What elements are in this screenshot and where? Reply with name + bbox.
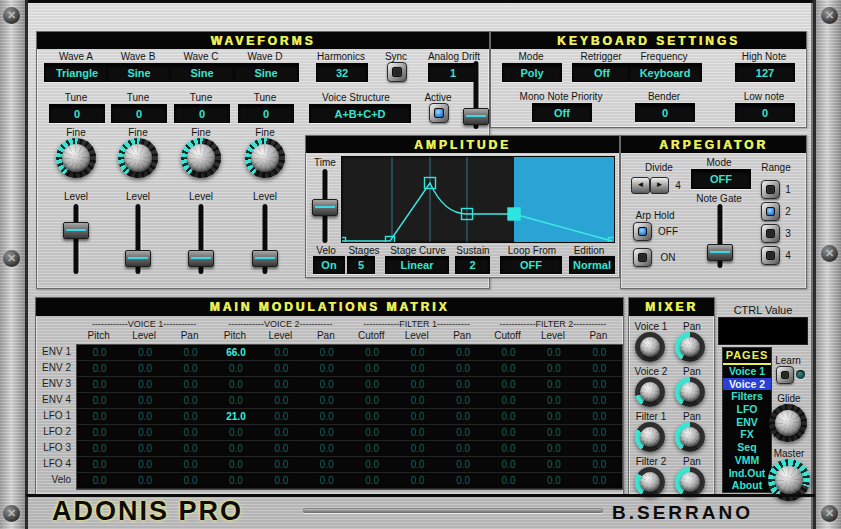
matrix-cell[interactable]: 0.0	[213, 457, 258, 472]
matrix-cell[interactable]: 0.0	[531, 425, 576, 440]
envelope-display[interactable]	[341, 156, 615, 243]
page-item-seq[interactable]: Seq	[723, 441, 771, 454]
matrix-cell[interactable]: 0.0	[440, 393, 485, 408]
matrix-cell[interactable]: 0.0	[440, 441, 485, 456]
fine-b-knob[interactable]	[118, 138, 158, 178]
fine-a-knob[interactable]	[56, 138, 96, 178]
divide-increment-button[interactable]: ►	[650, 177, 669, 194]
page-item-about[interactable]: About	[723, 479, 771, 492]
page-item-ind-out[interactable]: Ind.Out	[723, 467, 771, 480]
mixer-filter1-pan-knob[interactable]	[675, 422, 705, 452]
arp-hold-on-button[interactable]	[633, 248, 652, 267]
matrix-cell[interactable]: 0.0	[77, 457, 122, 472]
page-item-lfo[interactable]: LFO	[723, 403, 771, 416]
sync-button[interactable]	[387, 62, 407, 82]
matrix-cell[interactable]: 0.0	[77, 361, 122, 376]
edition-select[interactable]: Normal	[569, 256, 615, 274]
mixer-filter2-knob[interactable]	[635, 467, 665, 497]
glide-knob[interactable]	[769, 404, 807, 442]
mixer-filter1-knob[interactable]	[635, 422, 665, 452]
range-3-button[interactable]	[761, 224, 780, 243]
matrix-cell[interactable]: 0.0	[395, 393, 440, 408]
matrix-cell[interactable]: 0.0	[122, 457, 167, 472]
note-gate-slider[interactable]	[708, 204, 732, 268]
matrix-cell[interactable]: 0.0	[304, 441, 349, 456]
matrix-cell[interactable]: 0.0	[486, 393, 531, 408]
matrix-cell[interactable]: 0.0	[304, 425, 349, 440]
matrix-cell[interactable]: 0.0	[77, 377, 122, 392]
matrix-cell[interactable]: 0.0	[122, 473, 167, 488]
matrix-cell[interactable]: 0.0	[259, 457, 304, 472]
retrigger-select[interactable]: Off	[572, 63, 632, 82]
stage-curve-select[interactable]: Linear	[385, 256, 449, 274]
mono-note-priority-select[interactable]: Off	[532, 103, 592, 122]
matrix-cell[interactable]: 0.0	[577, 409, 622, 424]
matrix-cell[interactable]: 0.0	[440, 457, 485, 472]
tune-d-value[interactable]: 0	[238, 104, 294, 123]
matrix-cell[interactable]: 0.0	[168, 409, 213, 424]
matrix-cell[interactable]: 0.0	[122, 345, 167, 360]
matrix-cell[interactable]: 0.0	[486, 361, 531, 376]
mixer-voice2-pan-knob[interactable]	[675, 377, 705, 407]
matrix-cell[interactable]: 0.0	[531, 457, 576, 472]
matrix-cell[interactable]: 0.0	[213, 393, 258, 408]
frequency-select[interactable]: Keyboard	[628, 63, 702, 82]
matrix-cell[interactable]: 0.0	[486, 409, 531, 424]
matrix-cell[interactable]: 0.0	[577, 361, 622, 376]
matrix-cell[interactable]: 0.0	[350, 361, 395, 376]
matrix-cell[interactable]: 0.0	[350, 393, 395, 408]
matrix-cell[interactable]: 0.0	[486, 425, 531, 440]
page-item-filters[interactable]: Filters	[723, 390, 771, 403]
matrix-cell[interactable]: 0.0	[168, 457, 213, 472]
matrix-cell[interactable]: 0.0	[440, 361, 485, 376]
matrix-cell[interactable]: 0.0	[440, 473, 485, 488]
wave-a-select[interactable]: Triangle	[44, 63, 110, 82]
matrix-cell[interactable]: 0.0	[77, 345, 122, 360]
matrix-cell[interactable]: 0.0	[395, 377, 440, 392]
matrix-cell[interactable]: 0.0	[577, 425, 622, 440]
matrix-cell[interactable]: 0.0	[531, 345, 576, 360]
matrix-cell[interactable]: 0.0	[122, 409, 167, 424]
level-a-slider[interactable]	[64, 204, 88, 274]
fine-c-knob[interactable]	[181, 138, 221, 178]
matrix-cell[interactable]: 21.0	[213, 409, 258, 424]
matrix-cell[interactable]: 0.0	[77, 425, 122, 440]
matrix-cell[interactable]: 0.0	[77, 441, 122, 456]
matrix-cell[interactable]: 0.0	[168, 473, 213, 488]
matrix-cell[interactable]: 0.0	[395, 473, 440, 488]
matrix-cell[interactable]: 0.0	[395, 441, 440, 456]
matrix-cell[interactable]: 0.0	[395, 345, 440, 360]
matrix-cell[interactable]: 0.0	[304, 473, 349, 488]
matrix-cell[interactable]: 0.0	[304, 409, 349, 424]
matrix-cell[interactable]: 0.0	[122, 377, 167, 392]
range-2-button[interactable]	[761, 202, 780, 221]
tune-a-value[interactable]: 0	[49, 104, 105, 123]
matrix-cell[interactable]: 0.0	[531, 473, 576, 488]
mode-select[interactable]: Poly	[502, 63, 562, 82]
matrix-cell[interactable]: 0.0	[486, 441, 531, 456]
matrix-cell[interactable]: 0.0	[304, 457, 349, 472]
matrix-cell[interactable]: 0.0	[395, 425, 440, 440]
matrix-cell[interactable]: 0.0	[259, 473, 304, 488]
level-c-slider[interactable]	[189, 204, 213, 274]
matrix-cell[interactable]: 0.0	[440, 425, 485, 440]
high-note-value[interactable]: 127	[735, 63, 795, 82]
matrix-cell[interactable]: 0.0	[531, 361, 576, 376]
matrix-cell[interactable]: 0.0	[213, 425, 258, 440]
matrix-cell[interactable]: 0.0	[440, 345, 485, 360]
matrix-cell[interactable]: 66.0	[213, 345, 258, 360]
matrix-cell[interactable]: 0.0	[122, 361, 167, 376]
wave-b-select[interactable]: Sine	[106, 63, 172, 82]
matrix-cell[interactable]: 0.0	[304, 377, 349, 392]
matrix-cell[interactable]: 0.0	[486, 345, 531, 360]
velo-value[interactable]: On	[313, 256, 345, 274]
matrix-cell[interactable]: 0.0	[577, 393, 622, 408]
matrix-cell[interactable]: 0.0	[350, 441, 395, 456]
page-item-vmm[interactable]: VMM	[723, 454, 771, 467]
mixer-filter2-pan-knob[interactable]	[675, 467, 705, 497]
matrix-cell[interactable]: 0.0	[395, 409, 440, 424]
matrix-cell[interactable]: 0.0	[304, 345, 349, 360]
matrix-cell[interactable]: 0.0	[577, 377, 622, 392]
matrix-cell[interactable]: 0.0	[350, 473, 395, 488]
matrix-cell[interactable]: 0.0	[259, 441, 304, 456]
